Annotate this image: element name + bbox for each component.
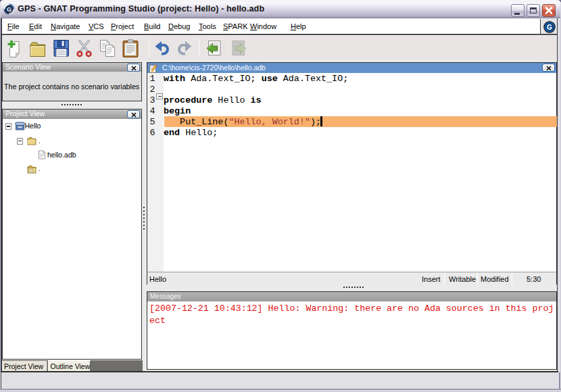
svg-text:G: G: [547, 24, 552, 31]
svg-text:o: o: [30, 169, 32, 173]
svg-text:G: G: [7, 6, 11, 13]
